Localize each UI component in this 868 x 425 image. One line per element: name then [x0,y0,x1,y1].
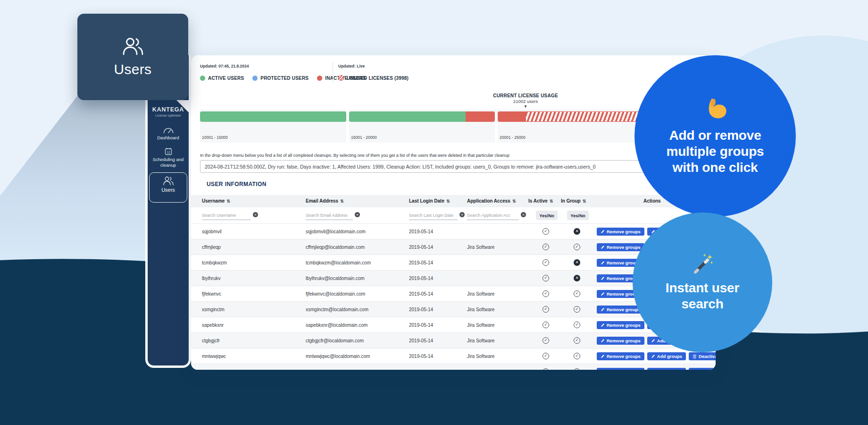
col-username[interactable]: Username⇅ [202,195,230,207]
cell-email: lbylhrukv@localdomain.com [306,271,365,286]
is-active-icon: ✓ [542,244,549,250]
cell-last-login: 2019-05-14 [409,317,433,333]
cell-email: sqjobmvil@localdomain.com [306,224,366,239]
cell-username: fqakvgvdl [202,364,222,370]
legend-item: PROTECTED USERS [252,76,309,81]
search-access-input[interactable] [467,212,519,220]
legend-item: ACTIVE USERS [200,76,244,81]
clear-access-icon[interactable]: ✕ [521,212,526,217]
sort-icon[interactable]: ⇅ [226,199,230,204]
col-is-active[interactable]: Is Active⇅ [528,195,553,207]
sort-icon[interactable]: ⇅ [340,199,344,204]
pencil-icon [601,261,605,265]
marker-value: 21002 users [474,99,577,104]
remove-groups-button[interactable]: Remove groups [597,243,644,251]
sort-icon[interactable]: ⇅ [446,199,450,204]
table-header: Username⇅ Email Address⇅ Last Login Date… [191,195,716,207]
trash-icon [693,354,697,359]
col-in-group[interactable]: In Group⇅ [561,195,586,207]
remove-groups-button[interactable]: Remove groups [597,368,644,370]
sort-icon[interactable]: ⇅ [583,199,586,204]
unused-licenses-legend: UNUSED LICENSES (3998) [338,74,409,82]
in-group-yes-icon: ✓ [574,290,580,297]
marketing-screenshot: KANTEGA License optimiser Dashboard 12 [0,0,868,425]
cell-username: sapebkxnr [202,317,224,333]
brand-sub: License optimiser [148,114,189,117]
sidebar-item-scheduling[interactable]: 12 Scheduling and cleanup [148,147,189,168]
pencil-icon [601,323,605,327]
is-active-icon: ✓ [542,228,549,235]
col-access[interactable]: Application Access⇅ [467,195,516,207]
brand-logo: KANTEGA [148,106,189,113]
clear-email-icon[interactable]: ✕ [355,212,360,217]
in-group-yes-icon: ✓ [574,306,580,313]
remove-groups-button[interactable]: Remove groups [597,228,644,236]
cell-access: Jira Software [467,348,494,364]
chart-zone: 15001 - 20000 [349,110,495,143]
cell-username: sqjobmvil [202,224,222,239]
sidebar-item-label: Dashboard [148,135,189,141]
is-active-icon: ✓ [542,337,549,344]
in-group-no-icon: ✕ [574,259,580,266]
is-active-icon: ✓ [542,353,549,359]
pencil-icon [601,245,605,249]
feature-card-label: Users [114,61,152,77]
is-active-icon: ✓ [542,322,549,328]
pencil-icon [601,230,605,234]
cell-email: fjfekwnvc@localdomain.com [306,286,365,302]
clear-last-login-icon[interactable]: ✕ [459,212,465,217]
bar-segment-active [349,111,466,122]
pencil-icon [601,339,605,343]
sidebar-item-users[interactable]: Users [148,176,189,193]
sort-icon[interactable]: ⇅ [550,199,553,204]
cell-access: Jira Software [467,302,494,317]
axis-range-label: 10001 - 15000 [202,135,228,140]
is-active-icon: ✓ [542,368,549,370]
legend-divider [333,62,333,83]
legend-label: UNUSED LICENSES (3998) [347,76,409,81]
search-username-input[interactable] [202,212,251,220]
table-row: ctgbgjcfrctgbgjcfr@localdomain.com2019-0… [191,332,716,348]
search-last-login-input[interactable] [409,212,458,220]
callout-groups-text: Add or remove multiple groups with one c… [661,128,769,176]
cell-username: mntwwjqwc [202,348,226,364]
pencil-icon [601,292,605,296]
axis-range-label: 15001 - 20000 [351,135,377,140]
cell-access: Jira Software [467,286,494,302]
cleanup-dropdown[interactable]: 2024-08-21T12:58:50.000Z, Dry run: false… [200,160,712,173]
chart-zone: 10001 - 15000 [200,110,346,143]
unused-licenses-icon [338,75,344,81]
deactivate-button[interactable]: Deactivate [689,352,716,360]
cell-last-login: 2019-05-14 [409,348,433,364]
remove-groups-button[interactable]: Remove groups [597,337,644,345]
remove-groups-button[interactable]: Remove groups [597,321,644,329]
pencil-icon [601,307,605,312]
cell-username: lbylhrukv [202,271,220,286]
license-usage-bar [200,111,346,122]
cell-username: xsmginctm [202,302,225,317]
search-email-input[interactable] [306,212,353,220]
table-row: sapebkxnrsapebkxnr@localdomain.com2019-0… [191,317,716,333]
clear-username-icon[interactable]: ✕ [253,212,258,217]
cleanup-description: In the drop-down menu below you find a l… [200,153,509,158]
col-email[interactable]: Email Address⇅ [306,195,344,207]
is-active-toggle[interactable]: Yes/No [536,211,558,220]
col-last-login[interactable]: Last Login Date⇅ [409,195,450,207]
sidebar-item-label: Users [148,187,189,193]
in-group-no-icon: ✕ [574,275,580,281]
add-groups-button[interactable]: Add groups [647,352,686,360]
in-group-yes-icon: ✓ [574,337,580,344]
in-group-toggle[interactable]: Yes/No [567,211,589,220]
callout-groups: Add or remove multiple groups with one c… [634,55,796,217]
sidebar-item-dashboard[interactable]: Dashboard [148,127,189,141]
row-actions: Remove groupsAdd groupsDeactivate [597,352,716,360]
remove-groups-button[interactable]: Remove groups [597,352,644,360]
cell-last-login: 2019-05-14 [409,364,433,370]
callout-search-text: Instant user search [659,280,746,312]
sort-icon[interactable]: ⇅ [512,199,516,204]
pencil-icon [651,339,655,343]
add-groups-button[interactable]: Add groups [647,368,686,370]
table-row: mntwwjqwcmntwwjqwc@localdomain.com2019-0… [191,348,716,364]
flexed-biceps-icon [702,96,728,123]
is-active-icon: ✓ [542,306,549,313]
